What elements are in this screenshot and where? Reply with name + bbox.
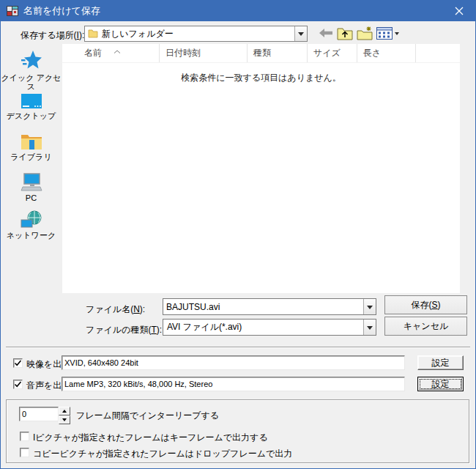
list-header: 名前 日付時刻 種類 サイズ 長さ — [62, 44, 460, 63]
interleave-label: フレーム間隔でインターリーブする — [76, 410, 219, 422]
view-menu-icon — [376, 27, 393, 40]
up-one-level-button[interactable] — [337, 26, 353, 40]
spin-down-button[interactable] — [59, 416, 70, 424]
location-dropdown-button[interactable] — [294, 26, 307, 41]
audio-output-input[interactable] — [62, 377, 404, 391]
audio-settings-button[interactable]: 設定 — [417, 377, 464, 391]
sidebar-item-desktop[interactable]: デスクトップ — [0, 93, 62, 120]
separator-line — [6, 347, 470, 348]
video-settings-button[interactable]: 設定 — [417, 355, 464, 370]
interleave-spinner-field[interactable] — [19, 407, 59, 421]
location-value: 新しいフォルダー — [100, 28, 294, 40]
new-folder-icon — [357, 26, 373, 40]
back-button[interactable] — [319, 28, 333, 38]
window-title: 名前を付けて保存 — [23, 4, 100, 18]
triangle-up-icon — [62, 407, 67, 413]
filename-label: ファイル名(N): — [86, 303, 145, 316]
empty-folder-message: 検索条件に一致する項目はありません。 — [62, 72, 460, 84]
save-as-dialog: 名前を付けて保存 保存する場所(I): 新しいフォルダー — [0, 0, 476, 469]
back-arrow-icon — [319, 28, 333, 38]
libraries-icon — [21, 133, 42, 150]
view-menu-button[interactable] — [376, 27, 399, 40]
sidebar-item-label: ネットワーク — [7, 231, 56, 240]
check-icon — [14, 359, 22, 367]
filetype-combobox[interactable]: AVI ファイル(*.avi) — [163, 319, 376, 336]
sidebar-item-label: クイック アクセス — [0, 73, 62, 91]
cancel-button[interactable]: キャンセル — [384, 317, 467, 336]
chevron-down-icon — [298, 32, 304, 39]
chevron-down-icon — [395, 32, 399, 37]
check-icon — [14, 380, 22, 388]
audio-output-checkbox[interactable] — [13, 380, 23, 389]
quick-access-icon — [21, 50, 42, 71]
sort-ascending-icon — [114, 45, 121, 56]
spin-up-button[interactable] — [59, 407, 70, 416]
save-button[interactable]: 保存(S) — [384, 295, 467, 314]
location-label: 保存する場所(I): — [21, 29, 84, 42]
interleave-value-input[interactable] — [20, 407, 58, 421]
sidebar-item-label: デスクトップ — [7, 111, 56, 120]
dropframe-checkbox-label: コピーピクチャが指定されたフレームはドロップフレームで出力 — [33, 448, 292, 460]
pc-icon — [21, 173, 42, 191]
title-bar[interactable]: 名前を付けて保存 — [1, 1, 475, 21]
video-output-checkbox[interactable] — [13, 358, 23, 368]
audio-output-field[interactable] — [62, 377, 405, 391]
filetype-value: AVI ファイル(*.avi) — [163, 321, 363, 333]
filetype-dropdown-button[interactable] — [363, 320, 376, 335]
folder-icon — [88, 29, 98, 38]
keyframe-checkbox-label: Iピクチャが指定されたフレームはキーフレームで出力する — [33, 432, 268, 444]
column-header-date[interactable]: 日付時刻 — [160, 44, 248, 62]
close-icon — [455, 7, 464, 15]
column-header-type[interactable]: 種類 — [248, 44, 308, 62]
interleave-groupbox: フレーム間隔でインターリーブする Iピクチャが指定されたフレームはキーフレームで… — [6, 399, 469, 463]
column-header-filler — [416, 44, 460, 62]
filetype-label: ファイルの種類(T): — [86, 324, 162, 336]
sidebar-item-quick-access[interactable]: クイック アクセス — [0, 50, 62, 91]
sidebar-item-network[interactable]: ネットワーク — [0, 210, 62, 240]
up-folder-icon — [337, 26, 353, 40]
chevron-down-icon — [367, 306, 373, 312]
chevron-down-icon — [367, 326, 373, 333]
desktop-icon — [21, 93, 42, 109]
filename-combobox[interactable] — [163, 298, 376, 315]
filename-input[interactable] — [163, 302, 363, 312]
sidebar-item-label: PC — [26, 193, 37, 202]
dropframe-checkbox[interactable] — [20, 448, 29, 457]
sidebar-item-pc[interactable]: PC — [0, 173, 62, 202]
app-icon — [7, 5, 18, 17]
column-header-name[interactable]: 名前 — [62, 44, 160, 62]
column-header-size[interactable]: サイズ — [308, 44, 357, 62]
triangle-down-icon — [62, 418, 67, 424]
location-combobox[interactable]: 新しいフォルダー — [84, 26, 308, 42]
new-folder-button[interactable] — [357, 26, 373, 40]
filename-dropdown-button[interactable] — [363, 299, 376, 314]
video-output-input[interactable] — [62, 356, 404, 369]
column-header-length[interactable]: 長さ — [357, 44, 416, 62]
sidebar-item-label: ライブラリ — [10, 152, 51, 161]
interleave-spinner — [59, 407, 70, 421]
keyframe-checkbox[interactable] — [20, 432, 29, 441]
network-icon — [21, 210, 42, 229]
file-list: 名前 日付時刻 種類 サイズ 長さ 検索条件に一致する項目はありません。 — [62, 44, 460, 293]
video-output-field[interactable] — [62, 355, 405, 370]
sidebar-item-libraries[interactable]: ライブラリ — [0, 133, 62, 161]
close-button[interactable] — [442, 1, 475, 21]
